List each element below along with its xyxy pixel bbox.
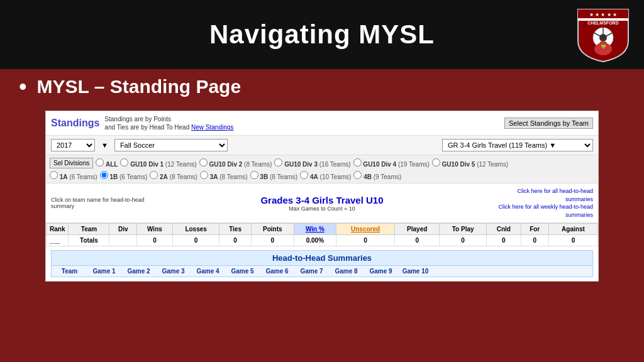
gu10div4-radio[interactable] [353, 158, 362, 167]
click-info-right: Click here for all head-to-head summarie… [492, 187, 593, 219]
head-to-head-columns: Team Game 1 Game 2 Game 3 Game 4 Game 5 … [52, 266, 592, 277]
cell-ties: 0 [219, 235, 251, 246]
grades-title-sub: Max Games to Count = 10 [152, 206, 492, 212]
club-logo: ★ ★ ★ ★ ★ CHELMSFORD 🦁 [575, 6, 631, 63]
all-head-to-head-link[interactable]: Click here for all head-to-head summarie… [517, 188, 593, 202]
4b-radio-label[interactable]: 4B (9 Teams) [353, 171, 401, 180]
grades-header: Click on team name for head-to-head summ… [46, 184, 598, 223]
col-win-pct[interactable]: Win % [294, 224, 336, 235]
standings-panel: Standings Standings are by Points and Ti… [45, 111, 599, 282]
bullet-text: MYSL – Standing Page [37, 76, 242, 97]
col-ties: Ties [219, 224, 251, 235]
col-losses: Losses [172, 224, 219, 235]
bullet-dot: • [19, 75, 27, 98]
cell-against: 0 [548, 235, 597, 246]
page-title: Navigating MYSL [209, 19, 435, 50]
cell-unscored: 0 [336, 235, 395, 246]
4a-radio[interactable] [300, 171, 308, 179]
col-played: Played [395, 224, 440, 235]
1b-radio[interactable] [100, 171, 108, 179]
grades-title-container: Grades 3-4 Girls Travel U10 Max Games to… [152, 195, 492, 212]
year-select[interactable]: 2017 [51, 139, 95, 151]
all-radio[interactable] [96, 158, 104, 167]
col-team: Team [69, 224, 109, 235]
4a-radio-label[interactable]: 4A (10 Teams) [300, 171, 351, 180]
cell-cnld: 0 [487, 235, 521, 246]
2a-radio[interactable] [150, 171, 158, 179]
new-standings-link[interactable]: New Standings [191, 124, 233, 131]
division-tabs: Sel Divisions ALL GU10 Div 1 (12 Teams) … [46, 155, 598, 184]
1a-radio-label[interactable]: 1A (6 Teams) [50, 171, 97, 180]
gu10div1-radio-label[interactable]: GU10 Div 1 (12 Teams) [120, 158, 196, 168]
gu10div2-radio-label[interactable]: GU10 Div 2 (8 Teams) [199, 158, 272, 168]
standings-note: Standings are by Points and Ties are by … [104, 115, 233, 131]
cell-played: 0 [395, 235, 440, 246]
cell-losses: 0 [172, 235, 219, 246]
gu10div3-radio-label[interactable]: GU10 Div 3 (16 Teams) [274, 158, 350, 168]
col-unscored[interactable]: Unscored [336, 224, 395, 235]
season-select[interactable]: Fall Soccer [114, 139, 228, 151]
gu10div5-radio-label[interactable]: GU10 Div 5 (12 Teams) [432, 158, 508, 168]
3b-radio-label[interactable]: 3B (8 Teams) [250, 171, 298, 180]
3b-radio[interactable] [250, 171, 258, 179]
3a-radio-label[interactable]: 3A (8 Teams) [200, 171, 248, 180]
gu10div3-radio[interactable] [274, 158, 282, 167]
4b-radio[interactable] [353, 171, 362, 179]
cell-for: 0 [521, 235, 548, 246]
1b-radio-label[interactable]: 1B (6 Teams) [100, 171, 148, 180]
3a-radio[interactable] [200, 171, 208, 179]
h2h-col-game10: Game 10 [401, 268, 430, 275]
standings-title: Standings [51, 118, 99, 129]
division-select[interactable]: GR 3-4 Girls Travel (119 Teams) ▼ [442, 139, 593, 151]
col-cnld: Cnld [487, 224, 521, 235]
gu10div1-radio[interactable] [120, 158, 128, 167]
grades-title-main: Grades 3-4 Girls Travel U10 [152, 195, 492, 206]
cell-to-play: 0 [440, 235, 487, 246]
table-row-totals: ___ Totals 0 0 0 0 0.00% 0 0 0 0 0 0 [47, 235, 598, 246]
col-to-play: To Play [440, 224, 487, 235]
weekly-head-to-head-link[interactable]: Click here for all weekly head-to-head s… [498, 204, 593, 218]
cell-wins: 0 [136, 235, 172, 246]
cell-points: 0 [251, 235, 294, 246]
h2h-col-game7: Game 7 [297, 268, 326, 275]
h2h-col-game1: Game 1 [90, 268, 118, 275]
cell-div [109, 235, 136, 246]
h2h-col-game6: Game 6 [263, 268, 291, 275]
head-to-head-title: Head-to-Head Summaries [52, 251, 592, 266]
select-standings-button[interactable]: Select Standings by Team [504, 118, 593, 129]
1a-radio[interactable] [50, 171, 58, 179]
standings-table: Rank Team Div Wins Losses Ties Points Wi… [46, 223, 598, 246]
click-info-left: Click on team name for head-to-head summ… [51, 197, 152, 209]
col-against: Against [548, 224, 597, 235]
2a-radio-label[interactable]: 2A (8 Teams) [150, 171, 197, 180]
gu10div2-radio[interactable] [199, 158, 208, 167]
cell-win-pct: 0.00% [294, 235, 336, 246]
head-to-head-section: Head-to-Head Summaries Team Game 1 Game … [51, 250, 593, 277]
header: Navigating MYSL ★ ★ ★ ★ ★ CHELMSFORD 🦁 [0, 0, 644, 69]
gu10div5-radio[interactable] [432, 158, 440, 167]
col-div: Div [109, 224, 136, 235]
logo-text: CHELMSFORD [587, 21, 618, 25]
standings-header: Standings Standings are by Points and Ti… [46, 111, 598, 136]
h2h-col-game5: Game 5 [228, 268, 257, 275]
col-rank: Rank [47, 224, 69, 235]
col-for: For [521, 224, 548, 235]
col-wins: Wins [136, 224, 172, 235]
h2h-col-game2: Game 2 [125, 268, 153, 275]
cell-team: Totals [69, 235, 109, 246]
h2h-col-game3: Game 3 [159, 268, 187, 275]
gu10div4-radio-label[interactable]: GU10 Div 4 (19 Teams) [353, 158, 430, 168]
all-radio-label[interactable]: ALL [96, 158, 118, 168]
dropdowns-row: 2017 ▼ Fall Soccer GR 3-4 Girls Travel (… [46, 136, 598, 155]
col-points: Points [251, 224, 294, 235]
cell-rank: ___ [47, 235, 69, 246]
h2h-col-team: Team [55, 268, 84, 275]
bullet-section: • MYSL – Standing Page [0, 69, 644, 104]
main-content: Standings Standings are by Points and Ti… [0, 104, 644, 362]
h2h-col-game4: Game 4 [194, 268, 222, 275]
h2h-col-game8: Game 8 [332, 268, 360, 275]
sel-divisions-button[interactable]: Sel Divisions [50, 158, 93, 168]
svg-text:🦁: 🦁 [600, 43, 608, 50]
svg-text:★ ★ ★ ★ ★: ★ ★ ★ ★ ★ [589, 12, 617, 18]
h2h-col-game9: Game 9 [367, 268, 395, 275]
